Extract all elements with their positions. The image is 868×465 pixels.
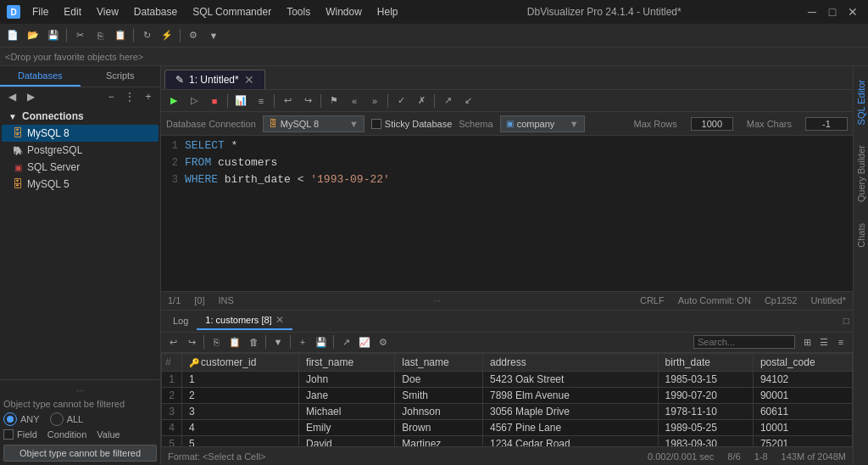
nav-forward-button[interactable]: ▶ — [22, 89, 39, 104]
new-button[interactable]: 📄 — [3, 27, 22, 44]
db-connection-select[interactable]: 🗄 MySQL 8 ▼ — [263, 115, 364, 132]
data-tab-close[interactable]: ✕ — [275, 314, 284, 326]
redo-button[interactable]: ↪ — [298, 92, 317, 109]
menu-help[interactable]: Help — [370, 4, 405, 20]
table-row[interactable]: 5 5 David Martinez 1234 Cedar Road 1983-… — [162, 435, 853, 446]
next-bookmark-button[interactable]: » — [365, 92, 384, 109]
db-bar-right: Max Rows Max Chars — [633, 117, 848, 131]
sql-resize-handle[interactable]: ··· — [248, 295, 626, 305]
paste-button[interactable]: 📋 — [111, 27, 130, 44]
sql-crlf: CRLF — [640, 295, 665, 305]
minimize-button[interactable]: ─ — [804, 3, 821, 20]
col-header-birth-date[interactable]: birth_date — [658, 353, 753, 371]
import-button[interactable]: ↙ — [459, 92, 477, 109]
data-table-wrap[interactable]: # 🔑customer_id first_name last_name addr… — [161, 353, 853, 447]
sticky-db-checkbox[interactable] — [371, 119, 381, 129]
format-button[interactable]: ≡ — [252, 92, 270, 109]
nav-back-button[interactable]: ◀ — [3, 89, 20, 104]
col-header-last-name[interactable]: last_name — [395, 353, 483, 371]
sql-tb-sep-2 — [274, 94, 275, 108]
menu-database[interactable]: Database — [127, 4, 184, 20]
results-delete-button[interactable]: 🗑 — [245, 334, 262, 350]
copy-button[interactable]: ⎘ — [91, 27, 109, 44]
filter-button[interactable]: ▼ — [204, 27, 223, 44]
refresh-button[interactable]: ↻ — [137, 27, 156, 44]
settings-button[interactable]: ⚙ — [184, 27, 203, 44]
explain-button[interactable]: 📊 — [231, 92, 250, 109]
save-button[interactable]: 💾 — [44, 27, 63, 44]
cut-button[interactable]: ✂ — [70, 27, 89, 44]
db-icon: 🗄 — [12, 127, 24, 139]
bookmark-button[interactable]: ⚑ — [325, 92, 343, 109]
schema-select[interactable]: ▣ company ▼ — [500, 115, 585, 132]
menu-window[interactable]: Window — [319, 4, 369, 20]
tab-databases[interactable]: Databases — [0, 66, 81, 87]
menu-view[interactable]: View — [90, 4, 125, 20]
doc-tab-untitled[interactable]: ✎ 1: Untitled* ✕ — [164, 70, 265, 89]
results-save-button[interactable]: 💾 — [313, 334, 330, 350]
connect-button[interactable]: ⚡ — [158, 27, 176, 44]
results-copy-button[interactable]: ⎘ — [208, 334, 225, 350]
cell-last-name: Smith — [395, 387, 483, 403]
run-button[interactable]: ▶ — [164, 92, 183, 109]
side-tab-chats[interactable]: Chats — [854, 216, 868, 255]
side-tab-query-builder[interactable]: Query Builder — [854, 138, 868, 209]
results-maximize-button[interactable]: □ — [843, 315, 849, 327]
filter-sidebar-button[interactable]: ⋮ — [121, 89, 138, 104]
menu-sql-commander[interactable]: SQL Commander — [186, 4, 278, 20]
table-row[interactable]: 3 3 Michael Johnson 3056 Maple Drive 197… — [162, 403, 853, 419]
results-settings-button[interactable]: ⚙ — [375, 334, 392, 350]
export-button[interactable]: ↗ — [438, 92, 457, 109]
table-row[interactable]: 1 1 John Doe 5423 Oak Street 1985-03-15 … — [162, 371, 853, 387]
tab-scripts[interactable]: Scripts — [81, 66, 161, 87]
tab-close-button[interactable]: ✕ — [244, 74, 254, 86]
results-grid-view-button[interactable]: ⊞ — [798, 334, 815, 350]
col-header-customer-id[interactable]: 🔑customer_id — [182, 353, 299, 371]
stop-button[interactable]: ■ — [205, 92, 224, 109]
collapse-button[interactable]: − — [103, 89, 120, 104]
field-checkbox[interactable] — [3, 429, 14, 440]
results-export-button[interactable]: ↗ — [337, 334, 354, 350]
rollback-button[interactable]: ✗ — [412, 92, 431, 109]
col-header-address[interactable]: address — [482, 353, 658, 371]
prev-bookmark-button[interactable]: « — [345, 92, 364, 109]
sidebar-item-mysql8[interactable]: 🗄 MySQL 8 — [2, 125, 159, 142]
results-list-view-button[interactable]: ☰ — [815, 334, 832, 350]
undo-button[interactable]: ↩ — [278, 92, 297, 109]
run-current-button[interactable]: ▷ — [185, 92, 203, 109]
radio-all[interactable] — [50, 412, 64, 426]
results-redo-button[interactable]: ↪ — [183, 334, 200, 350]
col-header-first-name[interactable]: first_name — [299, 353, 395, 371]
menu-edit[interactable]: Edit — [57, 4, 88, 20]
col-header-postal-code[interactable]: postal_code — [753, 353, 852, 371]
data-tab[interactable]: 1: customers [8] ✕ — [197, 311, 292, 330]
results-search-input[interactable] — [693, 335, 795, 349]
table-row[interactable]: 4 4 Emily Brown 4567 Pine Lane 1989-05-2… — [162, 419, 853, 435]
add-button[interactable]: + — [140, 89, 157, 104]
results-filter-button[interactable]: ▼ — [270, 334, 287, 350]
results-form-view-button[interactable]: ≡ — [832, 334, 849, 350]
close-button[interactable]: ✕ — [844, 3, 861, 20]
results-undo-button[interactable]: ↩ — [164, 334, 181, 350]
max-chars-input[interactable] — [805, 117, 848, 131]
sidebar-item-postgresql[interactable]: 🐘 PostgreSQL — [2, 142, 159, 159]
results-paste-button[interactable]: 📋 — [226, 334, 243, 350]
commit-button[interactable]: ✓ — [392, 92, 410, 109]
menu-file[interactable]: File — [25, 4, 55, 20]
sql-editor[interactable]: 1 SELECT * 2 FROM customers 3 WHERE birt… — [161, 136, 853, 291]
menu-tools[interactable]: Tools — [280, 4, 317, 20]
sidebar-item-sqlserver[interactable]: ▣ SQL Server — [2, 159, 159, 176]
max-rows-input[interactable] — [691, 117, 733, 131]
maximize-button[interactable]: □ — [824, 3, 841, 20]
radio-any[interactable] — [3, 412, 17, 426]
sidebar-item-mysql5[interactable]: 🗄 MySQL 5 — [2, 176, 159, 193]
open-button[interactable]: 📂 — [24, 27, 42, 44]
filter-radio-row: ANY ALL — [3, 411, 157, 428]
results-chart-button[interactable]: 📈 — [356, 334, 373, 350]
filter-apply-button[interactable]: Object type cannot be filtered — [3, 445, 157, 462]
sidebar-item-label: MySQL 5 — [27, 178, 70, 190]
table-row[interactable]: 2 2 Jane Smith 7898 Elm Avenue 1990-07-2… — [162, 387, 853, 403]
side-tab-sql-editor[interactable]: SQL Editor — [854, 73, 868, 132]
log-tab[interactable]: Log — [164, 313, 197, 328]
results-add-row-button[interactable]: + — [294, 334, 311, 350]
